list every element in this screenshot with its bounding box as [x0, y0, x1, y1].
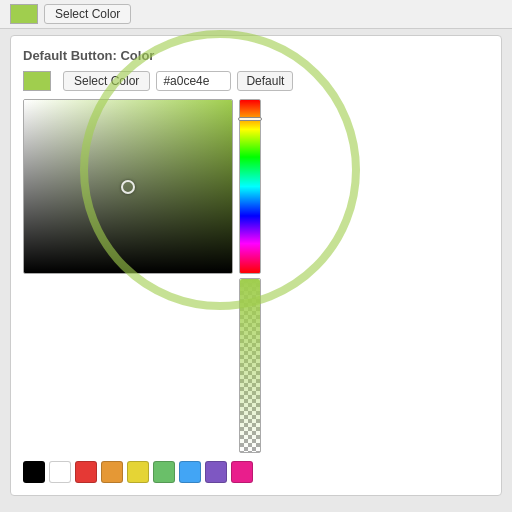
- picker-body: [23, 99, 489, 453]
- preset-swatch-pink[interactable]: [231, 461, 253, 483]
- panel-color-swatch[interactable]: [23, 71, 51, 91]
- panel-title: Default Button: Color: [23, 48, 489, 63]
- top-select-color-button[interactable]: Select Color: [44, 4, 131, 24]
- preset-swatch-orange[interactable]: [101, 461, 123, 483]
- preset-swatch-white[interactable]: [49, 461, 71, 483]
- color-picker-panel: Default Button: Color Select Color Defau…: [10, 35, 502, 496]
- panel-select-color-button[interactable]: Select Color: [63, 71, 150, 91]
- page-container: Select Color Default Button: Color Selec…: [0, 0, 512, 512]
- gradient-canvas[interactable]: [23, 99, 233, 274]
- preset-swatch-yellow[interactable]: [127, 461, 149, 483]
- preset-swatch-black[interactable]: [23, 461, 45, 483]
- hover-color-section: Default Button: Hover Color Select Color: [0, 502, 512, 512]
- hue-slider-container: [239, 99, 261, 453]
- alpha-slider[interactable]: [239, 278, 261, 453]
- preset-swatches: [23, 461, 489, 483]
- hex-input[interactable]: [156, 71, 231, 91]
- preset-swatch-purple[interactable]: [205, 461, 227, 483]
- picker-circle[interactable]: [121, 180, 135, 194]
- default-button[interactable]: Default: [237, 71, 293, 91]
- picker-header: Select Color Default: [23, 71, 489, 91]
- top-color-row: Select Color: [0, 0, 512, 29]
- hue-thumb: [238, 117, 262, 121]
- preset-swatch-blue[interactable]: [179, 461, 201, 483]
- top-color-swatch[interactable]: [10, 4, 38, 24]
- preset-swatch-green[interactable]: [153, 461, 175, 483]
- preset-swatch-red[interactable]: [75, 461, 97, 483]
- hue-slider[interactable]: [239, 99, 261, 274]
- alpha-overlay: [240, 279, 260, 452]
